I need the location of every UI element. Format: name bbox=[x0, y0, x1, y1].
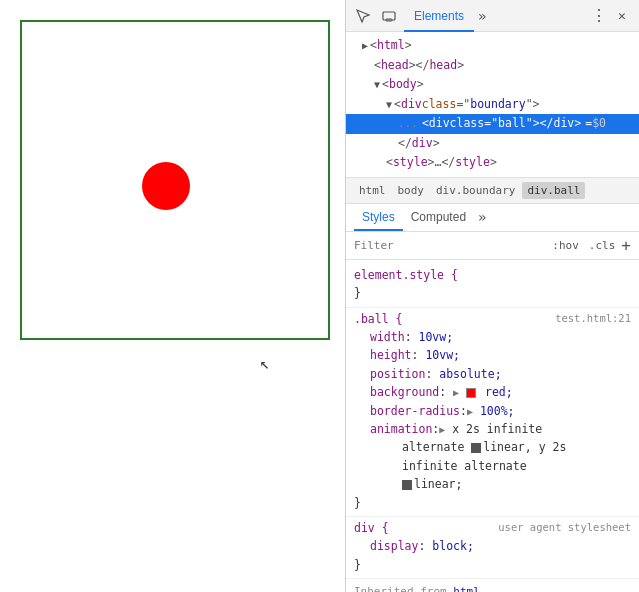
add-style-button[interactable]: + bbox=[621, 236, 631, 255]
cursor-arrow: ↖ bbox=[260, 354, 272, 372]
dom-line-div-boundary[interactable]: ▼ <div class="boundary"> bbox=[346, 95, 639, 115]
css-rules: element.style { } .ball { test.html:21 w… bbox=[346, 260, 639, 592]
inspect-icon[interactable] bbox=[352, 5, 374, 27]
element-style-close: } bbox=[354, 284, 631, 302]
element-style-selector[interactable]: element.style { bbox=[354, 266, 631, 284]
breadcrumb-div-boundary[interactable]: div.boundary bbox=[431, 182, 520, 199]
css-prop-background[interactable]: background: ▶ red; bbox=[354, 383, 631, 401]
tab-elements[interactable]: Elements bbox=[404, 0, 474, 32]
ball bbox=[142, 162, 190, 210]
element-breadcrumb: html body div.boundary div.ball bbox=[346, 178, 639, 204]
ball-rule-close: } bbox=[354, 494, 631, 512]
div-rule-block: div { user agent stylesheet display: blo… bbox=[346, 517, 639, 579]
close-devtools-button[interactable]: ✕ bbox=[611, 5, 633, 27]
element-style-block: element.style { } bbox=[346, 264, 639, 308]
ball-rule-selector[interactable]: .ball { test.html:21 bbox=[354, 310, 631, 328]
hov-filter-button[interactable]: :hov bbox=[548, 237, 583, 254]
tab-computed[interactable]: Computed bbox=[403, 203, 474, 231]
dom-line-html[interactable]: ▶ <html> bbox=[346, 36, 639, 56]
boundary-box bbox=[20, 20, 330, 340]
devtools-tab-bar: Elements » bbox=[404, 0, 587, 32]
devtools-menu-icon[interactable]: ⋮ bbox=[591, 6, 607, 25]
css-prop-border-radius[interactable]: border-radius:▶ 100%; bbox=[354, 402, 631, 420]
dom-line-div-ball[interactable]: ... <div class="ball"></div> = $0 bbox=[346, 114, 639, 134]
styles-tab-more-icon[interactable]: » bbox=[478, 209, 486, 225]
tab-more-icon[interactable]: » bbox=[474, 8, 490, 24]
breadcrumb-body[interactable]: body bbox=[393, 182, 430, 199]
breadcrumb-html[interactable]: html bbox=[354, 182, 391, 199]
dom-line-body[interactable]: ▼ <body> bbox=[346, 75, 639, 95]
filter-bar: :hov .cls + bbox=[346, 232, 639, 260]
ball-rule-block: .ball { test.html:21 width: 10vw; height… bbox=[346, 308, 639, 517]
css-prop-display[interactable]: display: block; bbox=[354, 537, 631, 555]
tab-styles[interactable]: Styles bbox=[354, 203, 403, 231]
inherited-from-label: Inherited from html bbox=[346, 579, 639, 592]
preview-panel: ↖ bbox=[0, 0, 345, 592]
dom-line-style[interactable]: <style>…</style> bbox=[346, 153, 639, 173]
dom-tree: ▶ <html> <head></head> ▼ <body> ▼ <div c… bbox=[346, 32, 639, 178]
div-rule-close: } bbox=[354, 556, 631, 574]
inherited-html-link[interactable]: html bbox=[453, 585, 480, 592]
dom-line-head[interactable]: <head></head> bbox=[346, 56, 639, 76]
devtools-panel: Elements » ⋮ ✕ ▶ <html> <head></head> ▼ … bbox=[345, 0, 639, 592]
css-prop-width[interactable]: width: 10vw; bbox=[354, 328, 631, 346]
css-prop-height[interactable]: height: 10vw; bbox=[354, 346, 631, 364]
div-rule-selector[interactable]: div { user agent stylesheet bbox=[354, 519, 631, 537]
css-prop-animation[interactable]: animation:▶ x 2s infinite alternate line… bbox=[354, 420, 631, 494]
dom-line-div-close: </div> bbox=[346, 134, 639, 154]
devtools-toolbar: Elements » ⋮ ✕ bbox=[346, 0, 639, 32]
device-icon[interactable] bbox=[378, 5, 400, 27]
styles-tab-bar: Styles Computed » bbox=[346, 204, 639, 232]
css-prop-position[interactable]: position: absolute; bbox=[354, 365, 631, 383]
filter-input[interactable] bbox=[354, 239, 542, 252]
breadcrumb-div-ball[interactable]: div.ball bbox=[522, 182, 585, 199]
cls-filter-button[interactable]: .cls bbox=[589, 239, 616, 252]
